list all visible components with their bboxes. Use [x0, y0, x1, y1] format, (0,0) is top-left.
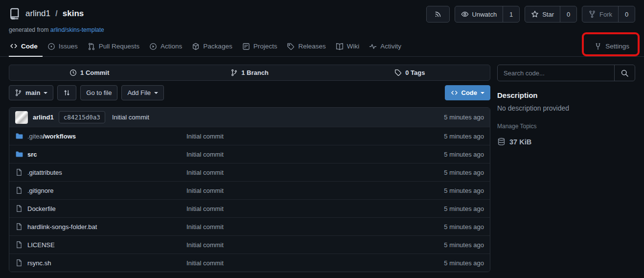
go-to-file-button[interactable]: Go to file: [80, 85, 117, 100]
watch-button-group: Unwatch 1: [455, 6, 520, 23]
tab-wiki[interactable]: Wiki: [331, 37, 365, 56]
commits-stat[interactable]: 1 Commit: [9, 65, 169, 80]
add-file-button[interactable]: Add File: [121, 85, 164, 100]
tab-issues[interactable]: Issues: [43, 37, 83, 56]
commit-time: 5 minutes ago: [444, 114, 484, 121]
table-row[interactable]: Dockerfile Initial commit 5 minutes ago: [9, 199, 490, 217]
fork-icon: [588, 10, 596, 18]
repo-sidebar: Description No description provided Mana…: [497, 65, 635, 146]
file-icon: [15, 168, 23, 176]
tag-icon: [394, 69, 402, 76]
tab-code[interactable]: Code: [9, 37, 43, 57]
folder-icon: [15, 150, 23, 158]
commits-stat-label: 1 Commit: [80, 69, 109, 76]
fork-button[interactable]: Fork: [582, 6, 618, 22]
watch-count[interactable]: 1: [503, 6, 519, 22]
chevron-down-icon: [154, 92, 158, 94]
file-commit-message-link[interactable]: Initial commit: [186, 205, 444, 212]
avatar[interactable]: [15, 111, 28, 124]
file-name-link[interactable]: LICENSE: [27, 241, 55, 249]
file-name-cell[interactable]: src: [15, 150, 186, 158]
branch-selector[interactable]: main: [9, 85, 53, 100]
file-commit-time: 5 minutes ago: [444, 241, 484, 249]
tab-label: Code: [21, 43, 38, 50]
commit-message-link[interactable]: Initial commit: [112, 114, 149, 121]
file-commit-message-link[interactable]: Initial commit: [186, 133, 444, 140]
file-name-cell[interactable]: rsync.sh: [15, 259, 186, 267]
file-commit-message-link[interactable]: Initial commit: [186, 241, 444, 249]
file-name-link[interactable]: Dockerfile: [27, 205, 56, 212]
table-row[interactable]: .gitignore Initial commit 5 minutes ago: [9, 181, 490, 199]
star-count[interactable]: 0: [560, 6, 576, 22]
file-commit-time: 5 minutes ago: [444, 169, 484, 176]
tab-actions[interactable]: Actions: [144, 37, 187, 56]
file-table: arlind1 c84215d0a3 Initial commit 5 minu…: [9, 107, 490, 272]
file-name-link[interactable]: .gitattributes: [27, 169, 62, 176]
table-row[interactable]: hardlink-songs-folder.bat Initial commit…: [9, 217, 490, 235]
pulse-icon: [369, 43, 377, 50]
search-button[interactable]: [614, 65, 635, 81]
branch-icon: [230, 69, 238, 76]
table-row[interactable]: .gitattributes Initial commit 5 minutes …: [9, 163, 490, 181]
repo-header: arlind1 / skins: [0, 0, 644, 33]
repo-owner-link[interactable]: arlind1: [25, 9, 50, 19]
file-icon: [15, 205, 23, 212]
file-name-link[interactable]: .gitignore: [27, 187, 53, 194]
table-row[interactable]: src Initial commit 5 minutes ago: [9, 145, 490, 163]
description-heading: Description: [497, 91, 635, 99]
file-commit-message-link[interactable]: Initial commit: [186, 187, 444, 194]
file-name-link[interactable]: hardlink-songs-folder.bat: [27, 223, 97, 231]
template-repo-link[interactable]: arlind/skins-template: [50, 26, 104, 33]
file-name-link[interactable]: rsync.sh: [27, 259, 51, 267]
tags-stat[interactable]: 0 Tags: [330, 65, 490, 80]
file-name-cell[interactable]: LICENSE: [15, 241, 186, 249]
repo-name-link[interactable]: skins: [63, 9, 84, 19]
file-commit-message-link[interactable]: Initial commit: [186, 223, 444, 231]
rss-button[interactable]: [426, 6, 450, 23]
repo-tab-bar: Code Issues Pull Requests Actions Packag…: [0, 37, 644, 57]
table-row[interactable]: .gitea/workflows Initial commit 5 minute…: [9, 127, 490, 145]
file-name-cell[interactable]: .gitea/workflows: [15, 132, 186, 140]
table-row[interactable]: LICENSE Initial commit 5 minutes ago: [9, 235, 490, 254]
rss-icon: [434, 10, 442, 18]
tab-releases[interactable]: Releases: [282, 37, 330, 56]
repo-size-label: 37 KiB: [509, 138, 531, 146]
manage-topics-link[interactable]: Manage Topics: [497, 123, 635, 130]
file-commit-message-link[interactable]: Initial commit: [186, 259, 444, 267]
search-icon: [621, 69, 629, 77]
file-name-cell[interactable]: .gitattributes: [15, 168, 186, 176]
commit-hash-link[interactable]: c84215d0a3: [59, 111, 105, 123]
compare-button[interactable]: [57, 85, 76, 100]
branches-stat[interactable]: 1 Branch: [169, 65, 329, 80]
file-icon: [15, 223, 23, 231]
tab-activity[interactable]: Activity: [364, 37, 406, 56]
file-name-cell[interactable]: Dockerfile: [15, 205, 186, 212]
file-name-link[interactable]: src: [27, 151, 37, 158]
fork-count[interactable]: 0: [618, 6, 635, 22]
file-commit-message-link[interactable]: Initial commit: [186, 151, 444, 158]
tab-projects[interactable]: Projects: [237, 37, 282, 56]
unwatch-button[interactable]: Unwatch: [455, 6, 503, 22]
commit-author-link[interactable]: arlind1: [33, 114, 54, 121]
search-input[interactable]: [498, 65, 614, 81]
repo-size: 37 KiB: [497, 138, 635, 146]
go-to-file-label: Go to file: [86, 89, 112, 96]
file-name-cell[interactable]: .gitignore: [15, 186, 186, 194]
play-circle-icon: [149, 43, 157, 50]
repo-main-column: 1 Commit 1 Branch 0 Tags main: [9, 65, 490, 272]
code-button-label: Code: [461, 89, 478, 96]
file-name-cell[interactable]: hardlink-songs-folder.bat: [15, 223, 186, 231]
file-commit-message-link[interactable]: Initial commit: [186, 169, 444, 176]
tab-pull-requests[interactable]: Pull Requests: [83, 37, 144, 56]
file-name-link[interactable]: /workflows: [43, 133, 76, 140]
settings-wrench-icon: [594, 43, 602, 50]
tab-label: Actions: [161, 43, 182, 50]
star-label: Star: [542, 11, 554, 18]
tab-packages[interactable]: Packages: [187, 37, 237, 56]
tab-label: Packages: [203, 43, 232, 50]
code-download-button[interactable]: Code: [445, 85, 491, 100]
table-row[interactable]: rsync.sh Initial commit 5 minutes ago: [9, 254, 490, 272]
star-button[interactable]: Star: [525, 6, 560, 22]
star-icon: [531, 10, 539, 18]
tab-settings[interactable]: Settings: [589, 37, 635, 56]
